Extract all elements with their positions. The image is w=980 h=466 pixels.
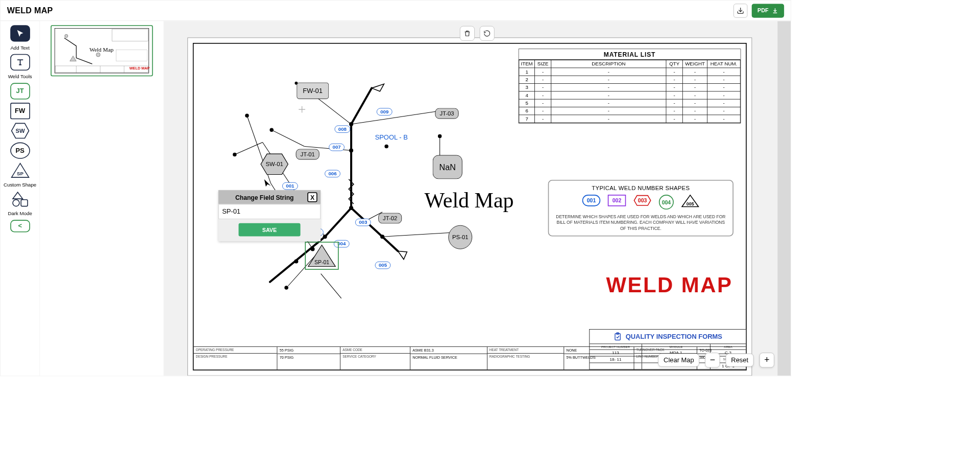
fw-tool[interactable]: FW: [10, 103, 30, 119]
sp-tool[interactable]: SP: [10, 162, 30, 178]
select-tool[interactable]: [10, 25, 30, 41]
top-actions: PDF: [733, 4, 784, 17]
weld-pill-001[interactable]: 001: [282, 182, 298, 190]
reset-button[interactable]: Reset: [726, 354, 754, 367]
table-row: 6-----: [519, 107, 741, 114]
zoom-in-button[interactable]: +: [760, 353, 774, 367]
sw-tool[interactable]: SW: [10, 123, 30, 139]
thumbnail-column: Weld Map WELD MAP: [40, 21, 163, 376]
weld-pill-003[interactable]: 003: [355, 219, 371, 226]
custom-shape-label: Custom Shape: [4, 182, 36, 188]
clear-map-button[interactable]: Clear Map: [658, 354, 700, 367]
canvas-toolbar: [460, 26, 495, 41]
weld-pill-007[interactable]: 007: [329, 144, 345, 151]
weld-tools-label: Weld Tools: [8, 74, 32, 80]
watermark-text: Weld Map: [425, 188, 514, 213]
table-row: 4-----: [519, 91, 741, 99]
node-fw01[interactable]: FW-01: [297, 82, 329, 99]
table-row: 2-----: [519, 76, 741, 83]
qif-header: QUALITY INSPECTION FORMS: [590, 330, 746, 344]
cursor-icon: [15, 29, 24, 38]
popup-title: Change Field String: [222, 194, 307, 201]
node-ps01[interactable]: PS-01: [448, 225, 472, 249]
zoom-out-button[interactable]: −: [705, 353, 720, 367]
svg-point-22: [294, 260, 298, 264]
table-header-row: ITEM SIZE DESCRIPTION QTY WEIGHT HEAT NU…: [519, 60, 741, 67]
scrollbar-track[interactable]: [777, 21, 791, 376]
node-jt01[interactable]: JT-01: [296, 149, 320, 159]
svg-point-44: [385, 145, 388, 148]
shape-hex: 003: [633, 195, 652, 206]
node-jt02[interactable]: JT-02: [378, 213, 402, 224]
delete-button[interactable]: [460, 26, 475, 41]
table-row: 3-----: [519, 83, 741, 91]
shape-circle: 004: [659, 195, 674, 209]
import-button[interactable]: [733, 4, 747, 17]
popup-save-button[interactable]: SAVE: [238, 223, 300, 237]
big-red-label: WELD MAP: [606, 273, 732, 297]
content: Add Text Weld Tools JT FW SW PS SP Custo…: [1, 21, 791, 376]
shape-square: 002: [608, 195, 626, 206]
hex-node-icon: SW-01: [260, 153, 289, 176]
import-icon: [737, 7, 745, 15]
page-title: WELD MAP: [7, 6, 53, 15]
table-row: 5-----: [519, 99, 741, 107]
jt-tool[interactable]: JT: [10, 83, 30, 99]
sheet-border: 001 002 003 004 005 006 007 008 009 FW-0…: [193, 43, 747, 370]
svg-text:003: 003: [638, 198, 647, 203]
thumb-red-label: WELD MAP: [129, 66, 150, 71]
refresh-button[interactable]: [480, 26, 495, 41]
svg-text:SP-01: SP-01: [314, 260, 329, 265]
popup-close-button[interactable]: X: [307, 192, 317, 202]
dark-mode-label: Dark Mode: [8, 211, 32, 217]
text-icon: [15, 57, 24, 67]
svg-text:SW-01: SW-01: [265, 161, 283, 167]
trash-icon: [463, 30, 471, 37]
material-list-table: ITEM SIZE DESCRIPTION QTY WEIGHT HEAT NU…: [519, 60, 740, 123]
text-tool[interactable]: [10, 54, 30, 71]
thumb-watermark: Weld Map: [89, 46, 113, 53]
svg-line-37: [351, 111, 436, 124]
svg-marker-4: [13, 192, 22, 199]
page-thumbnail[interactable]: Weld Map WELD MAP: [51, 25, 153, 76]
typical-shapes-box: TYPICAL WELD NUMBER SHAPES 001 002 003 0…: [548, 180, 733, 236]
hexagon-icon: SW: [11, 123, 30, 139]
canvas-controls: Clear Map − Reset +: [658, 353, 774, 367]
node-sw01[interactable]: SW-01: [260, 153, 289, 176]
pdf-export-button[interactable]: PDF: [752, 4, 785, 17]
table-row: 1-----: [519, 68, 741, 76]
top-bar: WELD MAP PDF: [1, 1, 791, 21]
collapse-button[interactable]: <: [10, 220, 30, 232]
popup-header: Change Field String X: [218, 190, 321, 204]
custom-shape-tool[interactable]: [10, 191, 30, 207]
node-nan[interactable]: NaN: [433, 155, 462, 179]
svg-point-16: [96, 53, 100, 57]
weld-pill-006[interactable]: 006: [325, 170, 340, 178]
svg-rect-9: [116, 50, 148, 61]
node-sp01[interactable]: SP-01: [307, 243, 337, 268]
shapes-note: DETERMINE WHICH SHAPES ARE USED FOR WELD…: [555, 214, 727, 231]
weld-pill-009[interactable]: 009: [377, 108, 393, 116]
canvas-area: 001 002 003 004 005 006 007 008 009 FW-0…: [163, 21, 791, 376]
triangle-icon: SP: [10, 162, 30, 178]
spool-label: SPOOL - B: [375, 134, 408, 142]
pdf-label: PDF: [757, 8, 769, 14]
svg-text:SW: SW: [15, 128, 25, 134]
weld-pill-008[interactable]: 008: [335, 125, 351, 133]
svg-rect-6: [21, 200, 28, 206]
edit-popup: Change Field String X SAVE: [218, 190, 321, 241]
node-jt03[interactable]: JT-03: [435, 108, 459, 119]
ps-tool[interactable]: PS: [10, 143, 30, 159]
download-icon: [772, 7, 778, 14]
shapes-icon: [11, 192, 29, 207]
svg-point-5: [13, 200, 19, 206]
weld-pill-005[interactable]: 005: [375, 262, 391, 269]
svg-point-34: [270, 128, 273, 131]
svg-point-14: [65, 34, 68, 37]
shapes-box-title: TYPICAL WELD NUMBER SHAPES: [555, 185, 727, 192]
material-list: MATERIAL LIST ITEM SIZE DESCRIPTION QTY …: [519, 49, 741, 123]
drawing-sheet[interactable]: 001 002 003 004 005 006 007 008 009 FW-0…: [187, 37, 752, 376]
popup-input[interactable]: [218, 204, 321, 219]
svg-text:SP: SP: [17, 171, 23, 176]
svg-rect-8: [112, 29, 148, 41]
